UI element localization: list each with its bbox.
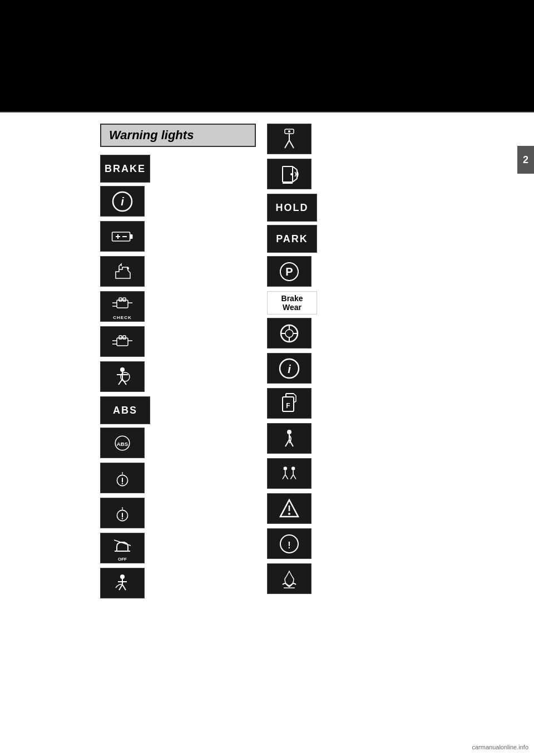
precrash-svg [111, 572, 134, 595]
check-label: CHECK [113, 315, 131, 320]
svg-rect-14 [117, 338, 128, 346]
abs-circle-svg: ABS [111, 432, 134, 454]
left-column: Warning lights BRAKE i [0, 118, 256, 605]
top-black-bar [0, 0, 534, 111]
airbag-svg [111, 366, 134, 388]
brake-warning-icon: BRAKE [100, 155, 150, 183]
trac-off-stack: OFF [111, 534, 134, 562]
off-label: OFF [118, 557, 127, 562]
trac-off-icon: OFF [100, 533, 145, 563]
section-title: Warning lights [100, 124, 256, 147]
engine-svg [111, 293, 134, 315]
svg-text:P: P [285, 266, 293, 278]
svg-text:i: i [288, 363, 291, 375]
info-svg: i [278, 357, 300, 380]
svg-line-35 [114, 540, 131, 546]
oil-pressure-icon [100, 256, 145, 287]
brake-label: BRAKE [105, 163, 146, 175]
park-p-svg: P [278, 261, 300, 283]
svg-text:F: F [286, 402, 290, 410]
svg-point-29 [122, 483, 123, 484]
abs-text-icon: ABS [100, 396, 150, 424]
svg-line-74 [293, 474, 296, 479]
oil-svg [111, 261, 134, 283]
svg-point-32 [122, 518, 123, 519]
park-p-icon: P [267, 256, 312, 287]
watermark: carmanualonline.info [472, 744, 528, 750]
svg-line-40 [122, 585, 126, 590]
abs-circle-icon: ABS [100, 428, 145, 458]
svg-line-65 [285, 440, 289, 446]
svg-text:!: ! [121, 470, 123, 477]
svg-rect-8 [117, 300, 128, 308]
fuel-warning-icon: F [267, 388, 312, 419]
coolant-svg [278, 568, 300, 590]
svg-rect-2 [112, 232, 130, 241]
door-svg [278, 163, 300, 185]
tpms-warning-icon-1: ! [100, 463, 145, 493]
svg-point-42 [288, 130, 290, 132]
svg-point-52 [285, 330, 293, 337]
svg-line-24 [122, 379, 126, 385]
svg-line-44 [293, 166, 297, 170]
svg-rect-3 [130, 234, 133, 239]
info-icon: i [267, 353, 312, 384]
engine-warning-icon [100, 326, 145, 357]
seatbelt-warning-icon [267, 124, 312, 154]
svg-point-67 [284, 467, 287, 470]
svg-rect-9 [119, 298, 122, 301]
svg-line-70 [285, 474, 288, 479]
passengers-icon [267, 458, 312, 489]
page-number: 2 [517, 146, 534, 174]
coolant-icon [267, 563, 312, 594]
engine2-svg [111, 331, 134, 353]
svg-rect-10 [123, 298, 126, 301]
abs-label: ABS [113, 405, 137, 416]
tpms-ring-icon [267, 318, 312, 348]
srs-airbag-icon [100, 361, 145, 392]
tpms-ring-svg [278, 322, 300, 345]
svg-point-7 [127, 267, 129, 269]
svg-text:i: i [121, 195, 124, 208]
check-engine-stack: CHECK [111, 293, 134, 320]
battery-svg [111, 225, 134, 248]
tpms2-svg: ! [111, 502, 134, 524]
content-area: Warning lights BRAKE i [0, 112, 534, 616]
warning-triangle-svg [278, 498, 300, 520]
svg-line-73 [290, 474, 293, 479]
svg-point-71 [291, 467, 295, 470]
right-column: HOLD PARK P Brake Wear [256, 118, 512, 605]
seatbelt-left-svg [278, 428, 300, 450]
svg-line-45 [293, 179, 297, 182]
svg-line-69 [283, 474, 285, 479]
seatbelt-left-icon [267, 423, 312, 454]
master-warning-icon: i [100, 186, 145, 217]
svg-line-39 [119, 585, 122, 590]
battery-warning-icon [100, 221, 145, 252]
hold-label: HOLD [276, 202, 309, 214]
svg-text:ABS: ABS [117, 440, 128, 446]
svg-text:!: ! [121, 505, 123, 512]
door-open-icon [267, 159, 312, 189]
svg-point-36 [120, 575, 125, 579]
tpms1-svg: ! [111, 467, 134, 489]
svg-point-77 [288, 513, 290, 515]
svg-point-47 [290, 173, 293, 175]
tpms-warning-icon-2: ! [100, 498, 145, 528]
svg-point-20 [120, 367, 125, 372]
park-label: PARK [276, 233, 308, 245]
warning-triangle-icon [267, 493, 312, 524]
exclaim-circle-icon: ! [267, 528, 312, 559]
precrash-icon [100, 568, 145, 598]
passengers-svg [278, 463, 300, 485]
trac-svg [111, 534, 134, 557]
fuel-svg: F [278, 392, 300, 415]
svg-point-63 [287, 430, 291, 434]
brake-wear-text-content: Brake Wear [281, 294, 303, 312]
svg-rect-16 [123, 336, 126, 339]
svg-text:!: ! [288, 541, 290, 550]
page-container: Warning lights BRAKE i [0, 0, 534, 756]
check-engine-icon: CHECK [100, 291, 145, 322]
hold-icon: HOLD [267, 194, 317, 222]
svg-rect-15 [119, 336, 122, 339]
